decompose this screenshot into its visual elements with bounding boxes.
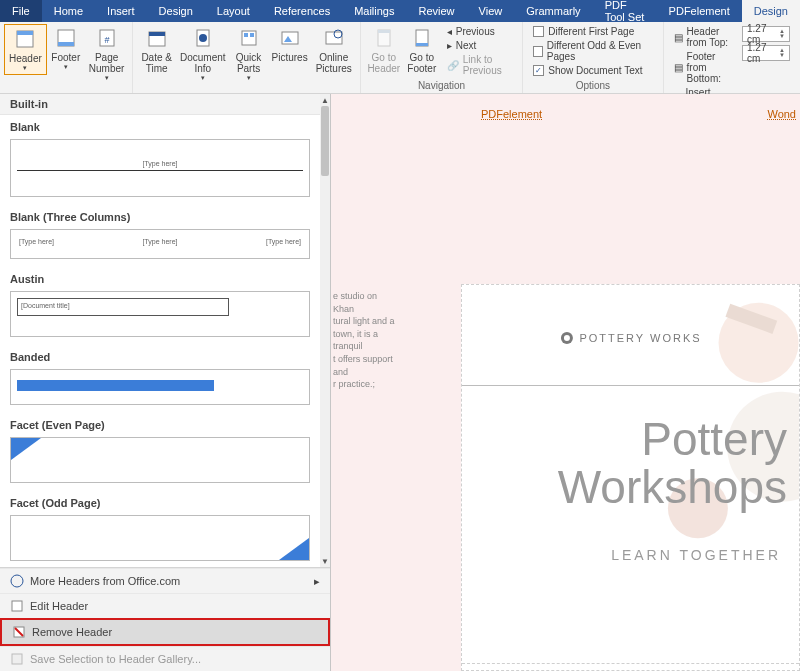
document-info-button[interactable]: Document Info ▾: [176, 24, 230, 84]
svg-rect-1: [17, 31, 33, 35]
document-page[interactable]: POTTERY WORKS Pottery Workshops LEARN TO…: [461, 284, 800, 671]
checkbox-icon: [533, 26, 544, 37]
footer-bottom-spinner[interactable]: 1.27 cm▲▼: [742, 45, 790, 61]
header-icon: [13, 27, 37, 51]
tab-review[interactable]: Review: [407, 0, 467, 22]
gallery-scrollbar[interactable]: ▲ ▼: [320, 94, 330, 567]
link-icon: 🔗: [447, 60, 459, 71]
document-area[interactable]: PDFelement Wond e studio on Khan tural l…: [331, 94, 800, 671]
different-first-page-checkbox[interactable]: Different First Page: [533, 26, 652, 37]
ribbon-group-navigation: Go to Header Go to Footer ◂Previous ▸Nex…: [361, 22, 523, 93]
svg-rect-29: [725, 304, 777, 334]
chevron-down-icon: ▾: [247, 74, 251, 82]
remove-header-button[interactable]: Remove Header: [0, 618, 330, 646]
ribbon-group-insert: Date & Time Document Info ▾ Quick Parts …: [133, 22, 360, 93]
ruler-bottom-icon: ▤: [674, 62, 683, 73]
doc-header-right[interactable]: Wond: [767, 108, 796, 120]
pictures-label: Pictures: [272, 52, 308, 63]
preview-facet-odd[interactable]: [10, 515, 310, 561]
document-info-label: Document Info: [180, 52, 226, 74]
gallery-scroll-area: Built-in Blank [Type here] Blank (Three …: [0, 94, 330, 567]
page-number-button[interactable]: # Page Number ▾: [85, 24, 129, 84]
checkbox-checked-icon: ✓: [533, 65, 544, 76]
edit-header-button[interactable]: Edit Header: [0, 593, 330, 618]
svg-rect-25: [12, 654, 22, 664]
online-pictures-button[interactable]: Online Pictures: [312, 24, 356, 76]
previous-icon: ◂: [447, 26, 452, 37]
goto-header-icon: [372, 26, 396, 50]
preview-blank[interactable]: [Type here]: [10, 139, 310, 197]
footer-divider: [462, 663, 799, 664]
options-list: Different First Page Different Odd & Eve…: [527, 24, 658, 78]
goto-footer-icon: [410, 26, 434, 50]
tab-mailings[interactable]: Mailings: [342, 0, 406, 22]
tab-pdf-tool-set[interactable]: PDF Tool Set: [593, 0, 657, 22]
footer-label: Footer: [51, 52, 80, 63]
header-gallery-dropdown: Built-in Blank [Type here] Blank (Three …: [0, 94, 331, 671]
tab-references[interactable]: References: [262, 0, 342, 22]
tab-design[interactable]: Design: [147, 0, 205, 22]
preview-austin[interactable]: [Document title]: [10, 291, 310, 337]
goto-header-button[interactable]: Go to Header: [365, 24, 403, 76]
svg-rect-18: [378, 30, 390, 33]
tab-file[interactable]: File: [0, 0, 42, 22]
preview-facet-even[interactable]: [10, 437, 310, 483]
header-button[interactable]: Header ▾: [4, 24, 47, 75]
tab-insert[interactable]: Insert: [95, 0, 147, 22]
scroll-up-icon[interactable]: ▲: [320, 94, 330, 106]
show-document-text-checkbox[interactable]: ✓Show Document Text: [533, 65, 652, 76]
svg-rect-11: [244, 33, 248, 37]
goto-footer-button[interactable]: Go to Footer: [403, 24, 441, 76]
tab-home[interactable]: Home: [42, 0, 95, 22]
different-odd-even-checkbox[interactable]: Different Odd & Even Pages: [533, 40, 652, 62]
save-icon: [10, 652, 24, 666]
footer-button[interactable]: Footer ▾: [47, 24, 85, 73]
svg-point-9: [199, 34, 207, 42]
spinner-arrows-icon[interactable]: ▲▼: [779, 48, 785, 58]
ruler-top-icon: ▤: [674, 32, 683, 43]
category-facet-odd: Facet (Odd Page): [0, 491, 320, 513]
quick-parts-button[interactable]: Quick Parts ▾: [230, 24, 268, 84]
tab-layout[interactable]: Layout: [205, 0, 262, 22]
date-time-button[interactable]: Date & Time: [137, 24, 176, 76]
next-button[interactable]: ▸Next: [447, 40, 512, 51]
tab-grammarly[interactable]: Grammarly: [514, 0, 592, 22]
facet-triangle-icon: [279, 538, 309, 560]
svg-rect-13: [282, 32, 298, 44]
globe-icon: [10, 574, 24, 588]
preview-banded[interactable]: [10, 369, 310, 405]
scrollbar-thumb[interactable]: [321, 106, 329, 176]
svg-point-26: [719, 303, 799, 383]
chevron-down-icon: ▾: [105, 74, 109, 82]
tab-design-tools[interactable]: Design: [742, 0, 800, 22]
svg-point-31: [563, 335, 569, 341]
checkbox-icon: [533, 46, 543, 57]
tab-pdfelement[interactable]: PDFelement: [657, 0, 742, 22]
category-blank-three-columns: Blank (Three Columns): [0, 205, 320, 227]
svg-rect-22: [12, 601, 22, 611]
preview-blank-three-columns[interactable]: [Type here] [Type here] [Type here]: [10, 229, 310, 259]
doc-header-center[interactable]: PDFelement: [481, 108, 542, 120]
chevron-down-icon: ▾: [64, 63, 68, 71]
category-banded: Banded: [0, 345, 320, 367]
options-group-label: Options: [523, 80, 662, 93]
header-from-top-row: ▤Header from Top:: [674, 26, 730, 48]
ribbon: Header ▾ Footer ▾ # Page Number ▾ Date &…: [0, 22, 800, 94]
ribbon-group-header-footer: Header ▾ Footer ▾ # Page Number ▾: [0, 22, 133, 93]
footer-from-bottom-row: ▤Footer from Bottom:: [674, 51, 730, 84]
header-top-spinner[interactable]: 1.27 cm▲▼: [742, 26, 790, 42]
online-pictures-icon: [322, 26, 346, 50]
link-previous-button[interactable]: 🔗Link to Previous: [447, 54, 512, 76]
chevron-right-icon: ▸: [314, 575, 320, 588]
ribbon-group-position: ▤Header from Top: ▤Footer from Bottom: ⇥…: [664, 22, 800, 93]
more-headers-button[interactable]: More Headers from Office.com ▸: [0, 568, 330, 593]
scroll-down-icon[interactable]: ▼: [320, 555, 330, 567]
quick-parts-label: Quick Parts: [236, 52, 262, 74]
placeholder-text: [Type here]: [142, 160, 177, 167]
spinner-arrows-icon[interactable]: ▲▼: [779, 29, 785, 39]
tab-view[interactable]: View: [467, 0, 515, 22]
pictures-button[interactable]: Pictures: [268, 24, 312, 65]
builtin-section-title: Built-in: [0, 94, 320, 115]
previous-button[interactable]: ◂Previous: [447, 26, 512, 37]
ribbon-group-options: Different First Page Different Odd & Eve…: [523, 22, 663, 93]
